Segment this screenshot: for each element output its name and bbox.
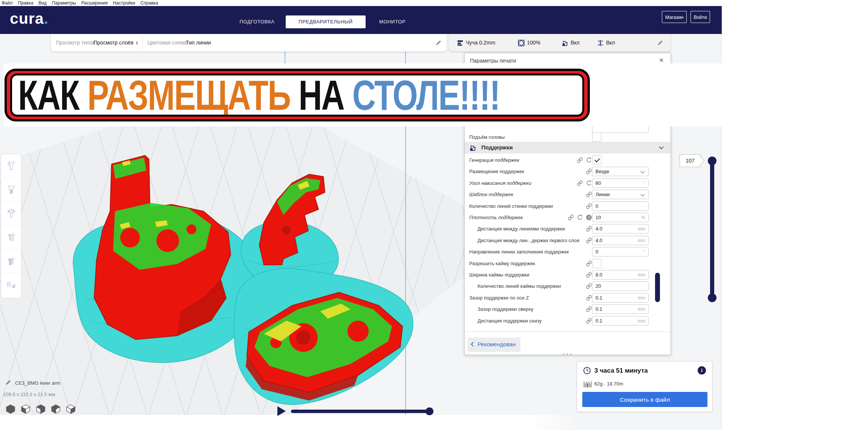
link-icon[interactable] [577, 157, 583, 163]
link-icon[interactable] [586, 260, 592, 267]
mirror-tool-icon [6, 232, 17, 243]
setting-icons [577, 180, 592, 186]
tab-preview[interactable]: ПРЕДВАРИТЕЛЬНЫЙ ПРОСМОТР [286, 15, 366, 28]
simulation-slider-track[interactable] [291, 410, 433, 413]
setting-checkbox[interactable] [592, 259, 602, 268]
setting-label: Ширина каймы поддержки [469, 272, 529, 278]
setting-icons [586, 191, 592, 198]
link-icon[interactable] [586, 283, 592, 289]
setting-value: 0.1 [596, 318, 602, 324]
setting-icons [586, 272, 592, 278]
banner-text: КАК РАЗМЕЩАТЬ НА СТОЛЕ!!!! [18, 74, 500, 117]
info-icon[interactable]: i [698, 366, 706, 375]
setting-input[interactable]: 0 [592, 201, 649, 211]
view-top-cube-icon [36, 404, 46, 414]
sign-in-button[interactable]: Войти [690, 11, 710, 23]
link-icon[interactable] [586, 272, 592, 278]
setting-input[interactable]: 60° [592, 178, 649, 188]
marketplace-button[interactable]: Магазин [662, 11, 687, 23]
menu-item[interactable]: Справка [140, 0, 158, 6]
recommended-mode-button[interactable]: Рекомендован [468, 338, 520, 352]
mirror-tool[interactable] [1, 226, 21, 249]
link-icon[interactable] [586, 306, 592, 312]
edit-settings-pencil-icon[interactable] [657, 40, 663, 46]
banner-inner: КАК РАЗМЕЩАТЬ НА СТОЛЕ!!!! [10, 74, 584, 117]
print-setup-bar[interactable]: Чуча 0.2mm 100% Вкл Вкл [449, 34, 671, 52]
setting-input[interactable]: 0.1mm [592, 316, 649, 326]
model-left[interactable] [94, 155, 231, 339]
view-left-button[interactable] [51, 404, 61, 414]
setting-input[interactable]: 20 [592, 281, 649, 291]
view-top-button[interactable] [35, 404, 46, 414]
view-3d-button[interactable] [5, 404, 16, 414]
view-front-button[interactable] [20, 404, 31, 414]
plate-front-fade [0, 415, 577, 430]
play-button[interactable] [277, 406, 286, 416]
link-icon[interactable] [586, 318, 592, 324]
setting-checkbox[interactable] [592, 132, 602, 142]
close-icon[interactable]: ✕ [659, 57, 664, 64]
setting-input[interactable]: 0.1mm [592, 304, 649, 314]
per-model-settings-tool[interactable] [1, 249, 21, 273]
setting-input[interactable]: 0.1mm [592, 293, 649, 303]
simulation-slider-handle[interactable] [426, 407, 433, 415]
setting-label: Угол нависания поддержки [469, 180, 531, 186]
print-time-estimate: 3 часа 51 минута [594, 367, 648, 375]
link-icon[interactable] [586, 168, 592, 175]
menu-item[interactable]: Расширения [81, 0, 108, 6]
tab-monitor[interactable]: МОНИТОР [372, 15, 413, 28]
function-icon[interactable]: ƒ [586, 214, 592, 221]
link-icon[interactable] [586, 191, 592, 198]
setting-input[interactable]: 0° [592, 247, 649, 256]
color-scheme-value[interactable]: Тип линии [186, 34, 211, 52]
panel-resize-handle[interactable]: • • • [465, 352, 671, 356]
layer-slider-bottom-handle[interactable] [708, 293, 716, 302]
setting-row: Подъём головы [469, 132, 662, 142]
setting-unit: mm [638, 238, 645, 243]
rotate-tool[interactable] [1, 202, 21, 226]
menu-item[interactable]: Файл [2, 0, 13, 6]
menu-item[interactable]: Настройки [113, 0, 135, 6]
setting-input[interactable]: 4.0mm [592, 236, 649, 245]
link-icon[interactable] [586, 295, 592, 301]
collapse-chevron-icon[interactable]: ‹ [136, 34, 138, 52]
link-icon[interactable] [577, 180, 583, 186]
undo-icon[interactable] [577, 214, 583, 221]
scale-tool[interactable] [1, 178, 21, 202]
setting-value: 0.1 [596, 295, 602, 301]
setting-label: Разрешить кайму поддержек [469, 261, 535, 266]
edit-pencil-icon[interactable] [435, 40, 442, 46]
layer-slider-track[interactable] [710, 161, 714, 296]
setting-input[interactable]: 8.0mm [592, 270, 649, 280]
menu-item[interactable]: Параметры [52, 0, 76, 6]
save-to-file-button[interactable]: Сохранить в файл [582, 392, 707, 407]
setting-value: 0.1 [596, 306, 602, 312]
setting-select[interactable]: Линии [592, 190, 649, 199]
link-icon[interactable] [586, 226, 592, 232]
link-icon[interactable] [568, 214, 574, 221]
section-support[interactable]: Поддержки [465, 142, 671, 154]
view-type-value[interactable]: Просмотр слоёв [93, 34, 133, 52]
tab-prepare[interactable]: ПОДГОТОВКА [231, 15, 283, 28]
rename-pencil-icon[interactable] [5, 379, 11, 385]
link-icon[interactable] [586, 237, 592, 244]
setting-icons [586, 226, 592, 232]
link-icon[interactable] [586, 203, 592, 209]
undo-icon[interactable] [586, 180, 592, 186]
panel-scrollbar[interactable] [655, 273, 660, 302]
filament-icon [584, 381, 591, 387]
setting-checkbox[interactable] [592, 155, 602, 165]
setting-select[interactable]: Везде [592, 167, 649, 176]
setting-input[interactable]: 10% [592, 213, 649, 222]
layer-slider-top-handle[interactable] [708, 157, 716, 165]
profile-value: Чуча 0.2mm [466, 34, 495, 52]
menu-item[interactable]: Вид [38, 0, 47, 6]
menu-item[interactable]: Правка [18, 0, 34, 6]
move-tool[interactable] [1, 154, 21, 178]
support-blocker-tool[interactable] [1, 273, 21, 297]
view-right-button[interactable] [66, 404, 76, 414]
setting-input[interactable]: 4.0mm [592, 224, 649, 233]
setting-icons [586, 306, 592, 312]
view-type-label: Просмотр типов [56, 34, 95, 52]
undo-icon[interactable] [586, 157, 592, 163]
